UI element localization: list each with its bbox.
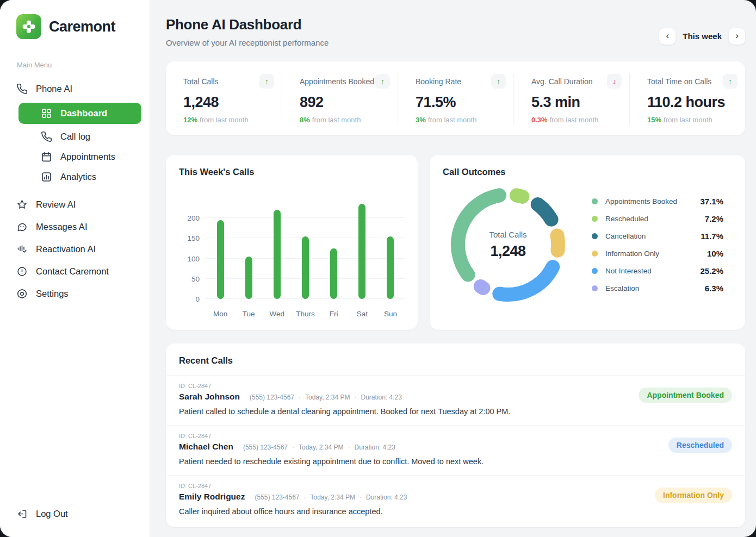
phone-icon: [41, 131, 52, 142]
call-description: Patient needed to reschedule existing ap…: [179, 457, 732, 466]
stat-delta: 0.3%from last month: [531, 116, 622, 124]
call-meta: (555) 123-4567 · Today, 2:34 PM · Durati…: [243, 444, 395, 451]
legend-value: 37.1%: [700, 197, 723, 206]
recent-calls-title: Recent Calls: [179, 355, 732, 366]
weekly-calls-bar-chart: 050100150200 MonTueWedThursFriSatSun: [179, 198, 405, 318]
legend-label: Escalation: [605, 284, 705, 292]
call-duration: Duration: 4:23: [361, 394, 402, 401]
sidebar-item-appointments[interactable]: Appointments: [0, 147, 150, 167]
sidebar-item-label: Reactivation AI: [36, 244, 96, 254]
call-id: ID: CL-2847: [179, 433, 732, 439]
call-outcomes-card: Call Outcomes Total Calls 1,248 Appointm…: [430, 155, 745, 330]
call-time: Today, 2:34 PM: [311, 494, 356, 501]
x-tick-label: Wed: [263, 310, 291, 318]
sidebar-item-label: Settings: [36, 289, 69, 299]
status-badge: Appointment Booked: [639, 388, 732, 403]
prev-week-button[interactable]: ‹: [659, 28, 676, 45]
legend-row-cancellation: Cancellation11.7%: [592, 232, 723, 241]
stat-value: 71.5%: [416, 94, 506, 111]
donut-center: Total Calls 1,248: [449, 186, 567, 303]
sidebar-item-contact-caremont[interactable]: Contact Caremont: [0, 260, 150, 283]
call-outcomes-title: Call Outcomes: [443, 167, 732, 177]
bar-mon: [217, 220, 224, 299]
stat-label: Booking Rate: [416, 77, 461, 86]
legend-label: Cancellation: [605, 232, 701, 240]
sidebar: Caremont Main Menu Phone AI Dashboard Ca…: [0, 0, 150, 537]
call-row[interactable]: ID: CL-2847 Emily Rodriguez (555) 123-45…: [166, 475, 745, 525]
legend-row-not-interested: Not Interested25.2%: [592, 266, 723, 276]
legend-dot-icon: [592, 285, 598, 291]
bar-sat: [358, 204, 365, 299]
bar-thurs: [302, 236, 309, 299]
sidebar-item-dashboard[interactable]: Dashboard: [18, 103, 141, 124]
status-badge: Rescheduled: [668, 438, 732, 453]
stats-card: Total Calls↑ 1,248 12%from last month Ap…: [166, 61, 745, 135]
caller-name: Emily Rodriguez: [179, 492, 245, 502]
caller-phone: (555) 123-4567: [255, 494, 299, 501]
call-row[interactable]: ID: CL-2847 Sarah Johnson (555) 123-4567…: [166, 375, 745, 425]
y-tick-label: 150: [179, 234, 200, 242]
legend-dot-icon: [592, 268, 598, 274]
page-title: Phone AI Dashboard: [166, 16, 329, 33]
legend-row-information-only: Information Only10%: [592, 249, 723, 258]
stat-delta: 12%from last month: [183, 116, 274, 124]
stat-value: 110.2 hours: [647, 94, 738, 111]
main-content: Phone AI Dashboard Overview of your AI r…: [150, 0, 756, 537]
trend-up-icon: ↑: [491, 74, 506, 89]
stat-value: 5.3 min: [531, 94, 622, 111]
call-duration: Duration: 4:23: [366, 494, 407, 501]
caremont-logo-icon: [16, 14, 41, 39]
bar-tue: [245, 257, 252, 299]
chat-bubble-icon: [16, 221, 28, 233]
recent-calls-list: ID: CL-2847 Sarah Johnson (555) 123-4567…: [166, 375, 745, 525]
charts-row: This Week's Calls 050100150200 MonTueWed…: [166, 155, 745, 330]
legend-value: 6.3%: [705, 284, 723, 293]
sidebar-item-settings[interactable]: Settings: [0, 283, 150, 305]
x-tick-label: Mon: [206, 310, 234, 318]
legend-row-rescheduled: Rescheduled7.2%: [592, 214, 723, 223]
next-week-button[interactable]: ›: [729, 28, 745, 45]
grid-icon: [41, 108, 52, 119]
legend-dot-icon: [592, 233, 598, 239]
logout-button[interactable]: Log Out: [0, 503, 150, 525]
bar-chart-icon: [41, 171, 52, 183]
sidebar-item-review-ai[interactable]: Review AI: [0, 193, 150, 216]
donut-center-value: 1,248: [490, 243, 525, 260]
period-label: This week: [683, 32, 722, 41]
sidebar-item-label: Phone AI: [36, 84, 72, 94]
stat-delta: 3%from last month: [416, 116, 506, 124]
legend-label: Rescheduled: [605, 215, 705, 223]
call-description: Caller inquired about office hours and i…: [179, 507, 732, 516]
call-time: Today, 2:34 PM: [299, 444, 344, 451]
sidebar-item-call-log[interactable]: Call log: [0, 127, 150, 147]
donut-center-label: Total Calls: [489, 230, 526, 239]
stat-total-time-on-calls: Total Time on Calls↑ 110.2 hours 15%from…: [629, 74, 745, 124]
brand-name: Caremont: [49, 18, 115, 35]
sidebar-item-label: Appointments: [60, 152, 115, 162]
stat-label: Appointments Booked: [300, 77, 374, 86]
bar-sun: [387, 236, 394, 299]
logout-label: Log Out: [36, 509, 68, 519]
call-duration: Duration: 4:23: [354, 444, 395, 451]
call-meta: (555) 123-4567 · Today, 2:34 PM · Durati…: [250, 394, 402, 401]
caller-name: Sarah Johnson: [179, 392, 240, 402]
y-tick-label: 50: [179, 274, 200, 283]
call-outcomes-donut-chart: Total Calls 1,248: [449, 186, 567, 303]
call-row[interactable]: ID: CL-2847 Michael Chen (555) 123-4567 …: [166, 425, 745, 475]
sidebar-item-messages-ai[interactable]: Messages AI: [0, 216, 150, 238]
phone-icon: [16, 83, 28, 95]
app-window: Caremont Main Menu Phone AI Dashboard Ca…: [0, 0, 756, 537]
x-tick-label: Thurs: [291, 310, 319, 318]
stat-delta: 8%from last month: [300, 116, 390, 124]
legend-value: 7.2%: [705, 214, 723, 223]
sidebar-item-reactivation-ai[interactable]: Reactivation AI: [0, 238, 150, 260]
sidebar-item-phone-ai[interactable]: Phone AI: [0, 78, 150, 100]
call-meta: (555) 123-4567 · Today, 2:34 PM · Durati…: [255, 494, 407, 501]
legend-value: 11.7%: [701, 232, 723, 241]
sidebar-item-analytics[interactable]: Analytics: [0, 167, 150, 187]
status-badge: Information Only: [655, 488, 732, 503]
weekly-calls-card: This Week's Calls 050100150200 MonTueWed…: [166, 155, 418, 330]
stat-total-calls: Total Calls↑ 1,248 12%from last month: [166, 74, 282, 124]
legend-dot-icon: [592, 216, 598, 222]
trend-up-icon: ↑: [723, 74, 738, 89]
